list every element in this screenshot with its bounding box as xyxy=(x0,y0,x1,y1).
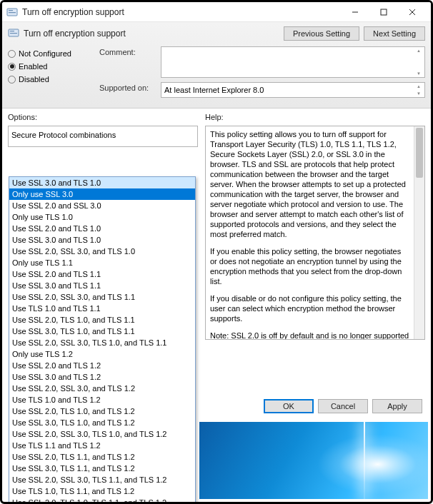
svg-rect-9 xyxy=(10,33,17,34)
state-radio-group: Not Configured Enabled Disabled xyxy=(8,46,94,98)
radio-icon xyxy=(8,50,16,58)
dropdown-option[interactable]: Use SSL 2.0, SSL 3.0, TLS 1.0, and TLS 1… xyxy=(9,428,195,440)
previous-setting-button[interactable]: Previous Setting xyxy=(284,26,359,41)
radio-enabled[interactable]: Enabled xyxy=(8,62,94,71)
dropdown-option[interactable]: Use SSL 2.0, SSL 3.0, TLS 1.1, and TLS 1… xyxy=(9,474,195,485)
ok-button[interactable]: OK xyxy=(264,399,314,413)
radio-icon xyxy=(8,76,16,84)
comment-label: Comment: xyxy=(99,46,156,56)
dropdown-option[interactable]: Use SSL 2.0, TLS 1.0, TLS 1.1, and TLS 1… xyxy=(9,497,195,504)
dropdown-option[interactable]: Use SSL 3.0 and TLS 1.2 xyxy=(9,371,195,383)
help-label: Help: xyxy=(205,113,425,121)
scrollbar-thumb[interactable] xyxy=(416,128,423,178)
dropdown-option[interactable]: Use SSL 2.0, TLS 1.1, and TLS 1.2 xyxy=(9,451,195,463)
apply-button[interactable]: Apply xyxy=(372,399,422,413)
dropdown-option[interactable]: Use SSL 2.0, SSL 3.0, and TLS 1.0 xyxy=(9,246,195,257)
help-paragraph: This policy setting allows you to turn o… xyxy=(210,129,420,239)
window-title: Turn off encryption support xyxy=(22,7,341,17)
dropdown-option[interactable]: Use SSL 2.0, TLS 1.0, and TLS 1.1 xyxy=(9,314,195,326)
radio-disabled[interactable]: Disabled xyxy=(8,75,94,84)
policy-icon xyxy=(6,6,18,18)
help-paragraph: Note: SSL 2.0 is off by default and is n… xyxy=(210,331,420,340)
dropdown-option[interactable]: Use SSL 2.0 and TLS 1.1 xyxy=(9,268,195,280)
options-label: Options: xyxy=(8,113,198,121)
supported-on-field: At least Internet Explorer 8.0 ▲▼ xyxy=(161,82,425,98)
desktop-wallpaper xyxy=(199,422,428,499)
dropdown-option[interactable]: Use TLS 1.0, TLS 1.1, and TLS 1.2 xyxy=(9,485,195,497)
maximize-button[interactable] xyxy=(369,4,398,21)
dropdown-option[interactable]: Use TLS 1.1 and TLS 1.2 xyxy=(9,440,195,451)
close-button[interactable] xyxy=(398,4,427,21)
dropdown-option[interactable]: Only use TLS 1.2 xyxy=(9,348,195,360)
dropdown-option[interactable]: Use SSL 2.0 and TLS 1.0 xyxy=(9,223,195,234)
dropdown-option[interactable]: Use SSL 2.0, SSL 3.0, and TLS 1.1 xyxy=(9,291,195,303)
options-dropdown-label: Secure Protocol combinations xyxy=(11,129,194,143)
dropdown-option[interactable]: Use SSL 3.0 and TLS 1.1 xyxy=(9,280,195,291)
chevron-down-icon[interactable]: ▼ xyxy=(414,71,423,76)
dropdown-option[interactable]: Use SSL 3.0, TLS 1.1, and TLS 1.2 xyxy=(9,463,195,474)
options-box: Secure Protocol combinations xyxy=(8,126,198,147)
supported-on-label: Supported on: xyxy=(99,82,156,92)
chevron-down-icon[interactable]: ▼ xyxy=(414,91,423,96)
svg-rect-4 xyxy=(381,9,387,15)
titlebar: Turn off encryption support xyxy=(2,2,431,22)
radio-label: Enabled xyxy=(19,62,47,71)
scrollbar[interactable] xyxy=(414,126,424,339)
dropdown-option[interactable]: Use SSL 2.0, SSL 3.0, and TLS 1.2 xyxy=(9,383,195,394)
dropdown-option[interactable]: Only use TLS 1.0 xyxy=(9,211,195,223)
svg-rect-8 xyxy=(10,31,14,31)
comment-textarea[interactable]: ▲▼ xyxy=(161,46,425,78)
dropdown-option[interactable]: Use SSL 2.0 and TLS 1.2 xyxy=(9,360,195,371)
help-paragraph: If you enable this policy setting, the b… xyxy=(210,246,420,286)
help-text: This policy setting allows you to turn o… xyxy=(205,126,425,340)
minimize-button[interactable] xyxy=(341,4,369,21)
dropdown-option[interactable]: Use SSL 2.0, TLS 1.0, and TLS 1.2 xyxy=(9,405,195,417)
dropdown-option[interactable]: Use SSL 3.0, TLS 1.0, and TLS 1.2 xyxy=(9,417,195,428)
dropdown-option[interactable]: Use SSL 3.0 and TLS 1.0 xyxy=(9,177,195,188)
chevron-up-icon[interactable]: ▲ xyxy=(414,84,423,89)
dropdown-option[interactable]: Use SSL 3.0 and TLS 1.0 xyxy=(9,234,195,246)
next-setting-button[interactable]: Next Setting xyxy=(364,26,425,41)
svg-rect-1 xyxy=(9,10,13,11)
chevron-up-icon[interactable]: ▲ xyxy=(414,49,423,53)
dropdown-option[interactable]: Use SSL 3.0, TLS 1.0, and TLS 1.1 xyxy=(9,326,195,337)
policy-icon xyxy=(8,27,19,40)
svg-rect-2 xyxy=(9,12,16,13)
dropdown-option[interactable]: Use TLS 1.0 and TLS 1.2 xyxy=(9,394,195,405)
radio-label: Disabled xyxy=(19,75,49,84)
radio-not-configured[interactable]: Not Configured xyxy=(8,49,94,58)
supported-on-value: At least Internet Explorer 8.0 xyxy=(164,86,264,94)
dropdown-option[interactable]: Use SSL 2.0, SSL 3.0, TLS 1.0, and TLS 1… xyxy=(9,337,195,348)
header-panel: Turn off encryption support Previous Set… xyxy=(2,22,431,109)
radio-icon xyxy=(8,63,16,71)
help-paragraph: If you disable or do not configure this … xyxy=(210,293,420,323)
radio-label: Not Configured xyxy=(19,49,71,58)
policy-title: Turn off encryption support xyxy=(24,29,126,39)
cancel-button[interactable]: Cancel xyxy=(318,399,368,413)
dropdown-option[interactable]: Only use TLS 1.1 xyxy=(9,257,195,268)
dialog-buttons: OK Cancel Apply xyxy=(264,399,422,413)
dropdown-option[interactable]: Use TLS 1.0 and TLS 1.1 xyxy=(9,303,195,314)
options-dropdown-list[interactable]: Use SSL 3.0 and TLS 1.0Only use SSL 3.0U… xyxy=(9,176,196,504)
dropdown-option[interactable]: Use SSL 2.0 and SSL 3.0 xyxy=(9,200,195,211)
dropdown-option[interactable]: Only use SSL 3.0 xyxy=(9,188,195,200)
